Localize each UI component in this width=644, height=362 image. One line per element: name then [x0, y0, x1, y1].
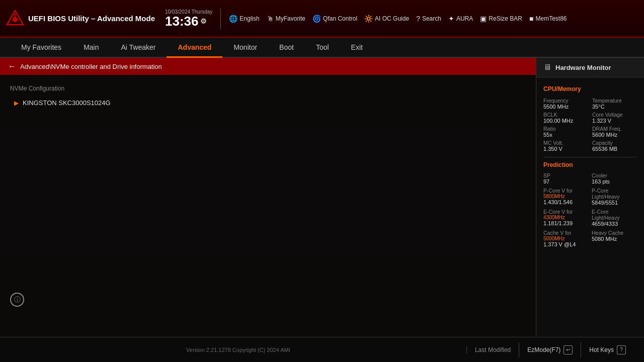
- menu-item-ai-tweaker[interactable]: Ai Tweaker: [110, 38, 167, 58]
- sp-cooler-row: SP 97 Cooler 163 pts: [543, 172, 637, 185]
- cpu-memory-grid: Frequency 5500 MHz Temperature 35°C BCLK…: [543, 98, 637, 152]
- pcore-freq: 5800MHz: [543, 194, 589, 199]
- footer: Version 2.21.1278 Copyright (C) 2024 AMI…: [0, 337, 644, 362]
- hot-keys-label: Hot Keys: [589, 346, 614, 353]
- header-nav-myfavorite[interactable]: 🖱MyFavorite: [267, 15, 305, 23]
- header: UEFI BIOS Utility – Advanced Mode 10/03/…: [0, 0, 644, 38]
- heavy-cache-group: Heavy Cache 5080 MHz: [592, 230, 637, 247]
- nav-icon-myfavorite: 🖱: [267, 15, 274, 23]
- logo-area: UEFI BIOS Utility – Advanced Mode: [6, 10, 155, 28]
- capacity-group: Capacity 65536 MB: [592, 140, 637, 152]
- menu-item-my-favorites[interactable]: My Favorites: [10, 38, 72, 58]
- nav-label-myfavorite: MyFavorite: [276, 15, 305, 22]
- cooler-value: 163 pts: [592, 178, 637, 185]
- nav-label-resize-bar: ReSize BAR: [489, 15, 522, 22]
- monitor-icon: 🖥: [543, 63, 551, 72]
- nav-icon-aura: ✦: [448, 15, 454, 23]
- list-item-kingston-drive[interactable]: ▶KINGSTON SKC3000S1024G: [10, 94, 526, 112]
- last-modified-label: Last Modified: [466, 346, 519, 353]
- pcore-light-heavy-group: P-Core Light/Heavy 5849/5551: [592, 188, 637, 206]
- ecore-light-heavy-group: E-Core Light/Heavy 4659/4333: [592, 209, 637, 227]
- back-arrow-icon[interactable]: ←: [8, 62, 16, 71]
- header-nav-memtest86[interactable]: ■MemTest86: [529, 15, 567, 23]
- dram-freq-label: DRAM Freq.: [592, 126, 637, 132]
- bclk-label: BCLK: [543, 112, 588, 118]
- dram-freq-value: 5600 MHz: [592, 132, 637, 138]
- dram-freq-group: DRAM Freq. 5600 MHz: [592, 126, 637, 138]
- nav-label-english: English: [239, 15, 259, 22]
- nav-label-qfan-control: Qfan Control: [323, 15, 357, 22]
- main-layout: ← Advanced\NVMe controller and Drive inf…: [0, 58, 644, 337]
- menu-item-tool[interactable]: Tool: [305, 38, 340, 58]
- cache-voltage: 1.373 V @L4: [543, 241, 589, 247]
- nav-label-aura: AURA: [456, 15, 473, 22]
- pcore-light-heavy-label: P-Core Light/Heavy: [592, 188, 637, 200]
- datetime-display: 10/03/2024 Thursday 13:36 ⚙: [165, 9, 212, 28]
- menu-item-main[interactable]: Main: [72, 38, 110, 58]
- header-nav-english[interactable]: 🌐English: [229, 15, 259, 23]
- frequency-group: Frequency 5500 MHz: [543, 98, 588, 110]
- pcore-v-label: P-Core V for: [543, 188, 589, 194]
- info-button[interactable]: ⓘ: [10, 293, 24, 307]
- prediction-section-title: Prediction: [543, 161, 637, 168]
- cooler-label: Cooler: [592, 172, 637, 178]
- footer-actions: Last Modified EzMode(F7) ↩ Hot Keys ?: [466, 342, 634, 357]
- core-voltage-label: Core Voltage: [592, 112, 637, 118]
- ratio-label: Ratio: [543, 126, 588, 132]
- content-list: NVMe Configuration ▶KINGSTON SKC3000S102…: [0, 75, 536, 337]
- pcore-light-heavy-value: 5849/5551: [592, 200, 637, 206]
- list-item-label: KINGSTON SKC3000S1024G: [23, 99, 111, 107]
- svg-point-1: [13, 17, 18, 22]
- menu-item-advanced[interactable]: Advanced: [167, 38, 222, 58]
- hw-monitor-title: Hardware Monitor: [555, 64, 611, 71]
- header-nav-search[interactable]: ?Search: [416, 15, 441, 23]
- ezmode-label: EzMode(F7): [527, 346, 560, 353]
- frequency-value: 5500 MHz: [543, 104, 588, 110]
- list-item-arrow-icon: ▶: [14, 100, 19, 107]
- temperature-value: 35°C: [592, 104, 637, 110]
- hardware-monitor-panel: 🖥 Hardware Monitor CPU/Memory Frequency …: [536, 58, 644, 337]
- cache-freq: 5000MHz: [543, 236, 589, 241]
- sp-label: SP: [543, 172, 589, 178]
- bclk-value: 100.00 MHz: [543, 118, 588, 124]
- mc-volt-label: MC Volt.: [543, 140, 588, 146]
- ecore-light-heavy-value: 4659/4333: [592, 221, 637, 227]
- header-nav-aura[interactable]: ✦AURA: [448, 15, 473, 23]
- header-nav-resize-bar[interactable]: ▣ReSize BAR: [480, 15, 522, 23]
- ecore-voltage: 1.181/1.239: [543, 220, 589, 226]
- sp-value: 97: [543, 178, 589, 185]
- core-voltage-group: Core Voltage 1.323 V: [592, 112, 637, 124]
- cache-v-label: Cache V for: [543, 230, 589, 236]
- rog-logo-icon: [6, 10, 24, 28]
- ecore-v-group: E-Core V for 4300MHz 1.181/1.239: [543, 209, 589, 227]
- time-display: 13:36 ⚙: [165, 15, 207, 28]
- heavy-cache-value: 5080 MHz: [592, 236, 637, 242]
- hw-monitor-header: 🖥 Hardware Monitor: [536, 58, 644, 77]
- cpu-memory-section-title: CPU/Memory: [543, 85, 637, 94]
- menu-item-boot[interactable]: Boot: [268, 38, 305, 58]
- f7-icon: ↩: [564, 345, 573, 354]
- hot-keys-button[interactable]: Hot Keys ?: [581, 342, 634, 357]
- heavy-cache-label: Heavy Cache: [592, 230, 637, 236]
- nav-icon-ai-oc-guide: 🔆: [364, 15, 373, 23]
- capacity-value: 65536 MB: [592, 146, 637, 152]
- settings-icon[interactable]: ⚙: [200, 18, 207, 25]
- menu-item-monitor[interactable]: Monitor: [222, 38, 268, 58]
- header-nav-qfan-control[interactable]: 🌀Qfan Control: [312, 15, 357, 23]
- header-divider: [220, 9, 221, 29]
- section-label: NVMe Configuration: [10, 81, 526, 94]
- nav-icon-memtest86: ■: [529, 15, 533, 23]
- menu-item-exit[interactable]: Exit: [340, 38, 374, 58]
- nav-label-search: Search: [422, 15, 441, 22]
- mc-volt-value: 1.350 V: [543, 146, 588, 152]
- ecore-freq: 4300MHz: [543, 215, 589, 220]
- ecore-light-heavy-label: E-Core Light/Heavy: [592, 209, 637, 221]
- header-nav-ai-oc-guide[interactable]: 🔆AI OC Guide: [364, 15, 409, 23]
- footer-version: Version 2.21.1278 Copyright (C) 2024 AMI: [10, 347, 466, 353]
- nav-icon-english: 🌐: [229, 15, 237, 23]
- ezmode-button[interactable]: EzMode(F7) ↩: [519, 342, 581, 357]
- sp-group: SP 97: [543, 172, 589, 185]
- mc-volt-group: MC Volt. 1.350 V: [543, 140, 588, 152]
- nav-label-ai-oc-guide: AI OC Guide: [375, 15, 409, 22]
- bclk-group: BCLK 100.00 MHz: [543, 112, 588, 124]
